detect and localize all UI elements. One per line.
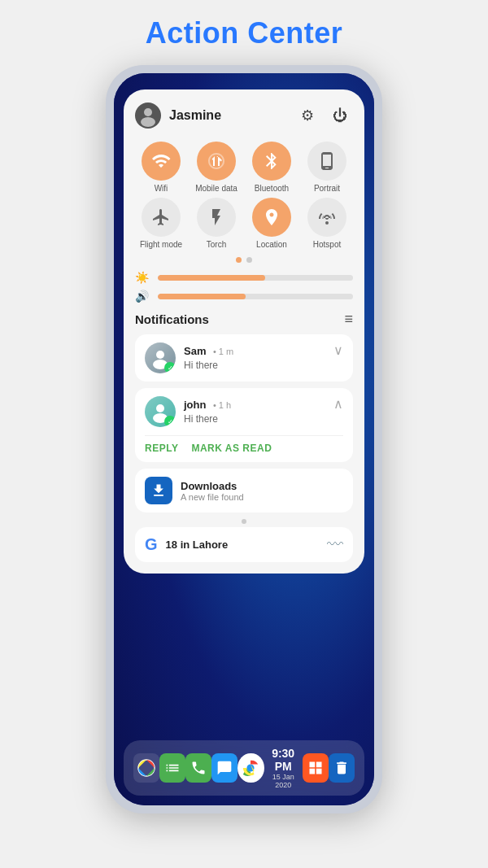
phone-frame: Jasmine ⚙ ⏻ Wifi xyxy=(106,65,382,813)
brightness-slider-row: ☀️ xyxy=(135,271,353,284)
sam-time: • 1 m xyxy=(213,347,233,356)
volume-track[interactable] xyxy=(158,294,353,299)
brightness-icon: ☀️ xyxy=(135,271,151,284)
scroll-dot xyxy=(135,519,353,524)
portrait-button[interactable] xyxy=(307,142,346,181)
toggle-grid: Wifi Mobile data xyxy=(135,142,353,249)
downloads-subtitle: A new file found xyxy=(181,492,244,502)
dock-trash-icon[interactable] xyxy=(329,753,355,783)
hotspot-label: Hotspot xyxy=(313,240,341,249)
scroll-dot-indicator xyxy=(242,519,246,524)
wifi-label: Wifi xyxy=(155,184,168,193)
sam-message: Hi there xyxy=(184,360,343,371)
notifications-title: Notifications xyxy=(135,312,209,326)
action-center-panel: Jasmine ⚙ ⏻ Wifi xyxy=(124,89,364,574)
user-avatar[interactable] xyxy=(135,103,161,129)
sam-notif-row: ✓ Sam • 1 m ∨ Hi there xyxy=(145,342,343,373)
location-button[interactable] xyxy=(252,198,291,237)
john-notif-content: john • 1 h ∧ Hi there xyxy=(184,396,343,425)
torch-toggle[interactable]: Torch xyxy=(190,198,242,249)
dock-colorwheel-icon[interactable] xyxy=(133,753,159,783)
weather-card: G 18 in Lahore 〰 xyxy=(135,527,353,562)
bottom-dock: 9:30 PM 15 Jan 2020 xyxy=(124,740,364,796)
portrait-label: Portrait xyxy=(314,184,340,193)
torch-button[interactable] xyxy=(197,198,236,237)
page-dots xyxy=(135,257,353,263)
downloads-icon xyxy=(145,477,172,504)
sam-whatsapp-badge: ✓ xyxy=(164,362,176,373)
dot-active xyxy=(236,257,242,263)
mark-as-read-button[interactable]: MARK AS READ xyxy=(191,443,272,454)
notifications-menu-icon[interactable]: ≡ xyxy=(344,311,353,328)
bluetooth-button[interactable] xyxy=(252,142,291,181)
john-expand-icon[interactable]: ∧ xyxy=(333,396,343,412)
john-notification-card: ✓ john • 1 h ∧ Hi there R xyxy=(135,388,353,462)
john-message: Hi there xyxy=(184,413,343,425)
sam-avatar: ✓ xyxy=(145,342,176,373)
power-icon[interactable]: ⏻ xyxy=(327,103,353,129)
dock-messages-icon[interactable] xyxy=(211,753,237,783)
mobile-data-toggle[interactable]: Mobile data xyxy=(190,142,242,193)
portrait-toggle[interactable]: Portrait xyxy=(301,142,353,193)
svg-point-1 xyxy=(141,117,155,127)
bluetooth-label: Bluetooth xyxy=(255,184,289,193)
john-whatsapp-badge: ✓ xyxy=(164,416,176,427)
brightness-track[interactable] xyxy=(158,275,353,281)
svg-point-3 xyxy=(156,351,164,359)
brightness-fill xyxy=(158,275,265,281)
sam-name: Sam xyxy=(184,345,206,357)
username-label: Jasmine xyxy=(169,108,288,123)
sam-notification-card: ✓ Sam • 1 m ∨ Hi there xyxy=(135,334,353,382)
notifications-header: Notifications ≡ xyxy=(135,311,353,328)
sam-name-time: Sam • 1 m xyxy=(184,343,233,358)
john-notif-row: ✓ john • 1 h ∧ Hi there xyxy=(145,396,343,427)
downloads-title: Downloads xyxy=(181,480,244,492)
weather-text: 18 in Lahore xyxy=(166,539,319,551)
mobile-data-button[interactable] xyxy=(197,142,236,181)
dock-date: 15 Jan 2020 xyxy=(264,773,303,789)
dot-inactive xyxy=(246,257,252,263)
john-time: • 1 h xyxy=(213,400,231,410)
john-notif-actions: REPLY MARK AS READ xyxy=(145,435,343,454)
weather-wave-icon: 〰 xyxy=(327,535,343,554)
john-name-time: john • 1 h xyxy=(184,397,231,412)
location-label: Location xyxy=(256,240,287,249)
john-name: john xyxy=(184,399,206,411)
downloads-card: Downloads A new file found xyxy=(135,469,353,513)
wifi-button[interactable] xyxy=(142,142,181,181)
sam-expand-icon[interactable]: ∨ xyxy=(333,342,343,358)
svg-point-2 xyxy=(325,221,329,225)
hotspot-button[interactable] xyxy=(307,198,346,237)
dock-clock: 9:30 PM xyxy=(264,747,303,773)
phone-screen: Jasmine ⚙ ⏻ Wifi xyxy=(114,73,374,805)
john-name-row: john • 1 h ∧ xyxy=(184,396,343,412)
volume-fill xyxy=(158,294,246,299)
john-avatar: ✓ xyxy=(145,396,176,427)
flight-mode-button[interactable] xyxy=(142,198,181,237)
bluetooth-toggle[interactable]: Bluetooth xyxy=(246,142,298,193)
reply-button[interactable]: REPLY xyxy=(145,443,178,454)
header-row: Jasmine ⚙ ⏻ xyxy=(135,103,353,129)
wifi-toggle[interactable]: Wifi xyxy=(135,142,187,193)
page-title: Action Center xyxy=(146,16,343,50)
downloads-text: Downloads A new file found xyxy=(181,480,244,502)
torch-label: Torch xyxy=(207,240,226,249)
settings-icon[interactable]: ⚙ xyxy=(294,103,320,129)
flight-mode-label: Flight mode xyxy=(140,240,182,249)
hotspot-toggle[interactable]: Hotspot xyxy=(301,198,353,249)
volume-icon: 🔊 xyxy=(135,290,151,303)
google-icon: G xyxy=(145,535,158,554)
dock-list-icon[interactable] xyxy=(159,753,185,783)
dock-phone-icon[interactable] xyxy=(185,753,211,783)
dock-chrome-icon[interactable] xyxy=(237,753,264,783)
dock-time: 9:30 PM 15 Jan 2020 xyxy=(264,747,303,789)
volume-slider-row: 🔊 xyxy=(135,290,353,303)
location-toggle[interactable]: Location xyxy=(246,198,298,249)
svg-point-0 xyxy=(144,108,152,116)
svg-point-5 xyxy=(156,404,164,412)
dock-grid-icon[interactable] xyxy=(303,753,329,783)
sam-notif-content: Sam • 1 m ∨ Hi there xyxy=(184,342,343,371)
sam-name-row: Sam • 1 m ∨ xyxy=(184,342,343,358)
mobile-data-label: Mobile data xyxy=(195,184,237,193)
flight-mode-toggle[interactable]: Flight mode xyxy=(135,198,187,249)
